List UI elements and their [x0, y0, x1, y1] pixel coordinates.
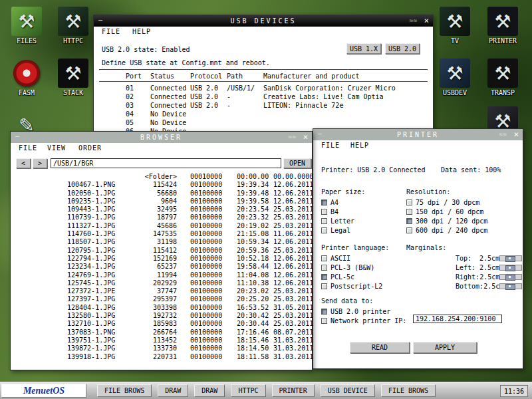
- checkbox-icon[interactable]: [321, 309, 327, 315]
- file-list-item[interactable]: 123234-1.JPG 65237 00100000 19:58.44 12.…: [11, 263, 312, 271]
- language-option[interactable]: Postscript-L2: [321, 282, 389, 291]
- checkbox-icon[interactable]: [321, 200, 327, 205]
- file-list-item[interactable]: 139872-1.JPG 133730 00100000 18:14.50 31…: [11, 344, 312, 352]
- menuetos-start-button[interactable]: MenuetOS: [1, 384, 86, 398]
- taskbar-task-button[interactable]: DRAW: [194, 384, 225, 397]
- file-list-item[interactable]: 127372-1.JPE 37747 00100000 20:23.02 25.…: [11, 287, 312, 295]
- checkbox-icon[interactable]: [321, 318, 327, 324]
- apply-button[interactable]: APPLY: [413, 342, 477, 353]
- file-list-item[interactable]: 137083-1.PNG 266764 00100000 17:16.46 08…: [11, 329, 312, 336]
- desktop-icon-stack[interactable]: ⚒ STACK: [51, 59, 96, 96]
- file-list-item[interactable]: 114760-1.JPG 147535 00100000 21:15.08 11…: [11, 230, 312, 238]
- margin-slider[interactable]: [499, 274, 522, 280]
- taskbar-task-button[interactable]: PRINTER: [272, 384, 315, 397]
- checkbox-icon[interactable]: [406, 218, 412, 224]
- paper-option[interactable]: B4: [321, 207, 365, 217]
- file-list-item[interactable]: 109235-1.JPG 9604 00100000 19:39.58 12.0…: [11, 198, 312, 205]
- checkbox-icon[interactable]: [406, 209, 412, 215]
- desktop-icon-httpc[interactable]: ⚒ HTTPC: [51, 7, 96, 45]
- file-list-item[interactable]: 120795-1.JPG 115412 00100000 20:59.36 25…: [11, 247, 312, 255]
- margin-slider[interactable]: [499, 255, 522, 261]
- close-icon[interactable]: ×: [424, 16, 429, 25]
- file-list-item[interactable]: 111327-1.JPG 45686 00100000 20:19.02 25.…: [11, 222, 312, 230]
- menu-view[interactable]: VIEW: [47, 144, 66, 152]
- menu-file[interactable]: FILE: [19, 144, 37, 152]
- file-date: 12.06.2011: [273, 181, 320, 189]
- resolution-option[interactable]: 75 dpi / 30 dpcm: [406, 198, 487, 207]
- minimize-button[interactable]: —: [318, 130, 322, 137]
- checkbox-icon[interactable]: [321, 227, 327, 233]
- menu-help[interactable]: HELP: [350, 142, 369, 149]
- desktop-icon-fasm[interactable]: FASM: [4, 59, 49, 96]
- forward-button[interactable]: >: [33, 158, 47, 168]
- paper-option[interactable]: Legal: [321, 226, 365, 235]
- read-button[interactable]: READ: [350, 342, 410, 353]
- resolution-option[interactable]: 300 dpi / 120 dpcm: [406, 217, 487, 226]
- checkbox-icon[interactable]: [406, 200, 412, 205]
- file-date: 25.03.2011: [273, 205, 320, 213]
- file-list-item[interactable]: 132580-1.JPG 192732 00100000 20:30.42 25…: [11, 312, 312, 320]
- file-list-item[interactable]: 128404-1.JPG 303398 00100000 16:53.52 31…: [11, 304, 312, 312]
- checkbox-icon[interactable]: [321, 265, 327, 271]
- network-ip-input[interactable]: [413, 315, 502, 323]
- resolution-option[interactable]: 600 dpi / 240 dpcm: [406, 226, 487, 235]
- checkbox-icon[interactable]: [321, 255, 327, 261]
- paper-option[interactable]: A4: [321, 198, 365, 207]
- taskbar-task-button[interactable]: USB DEVICE: [321, 384, 375, 397]
- desktop-icon-files[interactable]: ⚒ FILES: [4, 7, 49, 45]
- file-list-item[interactable]: 100467-1.PNG 115424 00100000 19:39.34 12…: [11, 181, 312, 189]
- printer-window: — PRINTER ≈≈ × FILE HELP Printer: USB 2.…: [313, 128, 523, 369]
- open-button[interactable]: OPEN: [283, 158, 311, 168]
- file-list-item[interactable]: 127397-1.JPG 295397 00100000 20:25.20 25…: [11, 295, 312, 303]
- marginal-row: Left:2.5cm: [406, 263, 523, 273]
- file-list-item[interactable]: 139751-1.JPG 113452 00100000 18:15.46 31…: [11, 336, 312, 344]
- menu-file[interactable]: FILE: [321, 142, 340, 149]
- checkbox-icon[interactable]: [321, 209, 327, 215]
- file-list-item[interactable]: 110739-1.JPG 18797 00100000 20:23.32 25.…: [11, 213, 312, 221]
- network-printer-option[interactable]: Network printer IP:: [321, 317, 406, 326]
- taskbar-task-button[interactable]: HTTPC: [231, 384, 265, 397]
- desktop-icon-tv[interactable]: ⚒ TV: [432, 7, 477, 45]
- taskbar-task-button[interactable]: FILE BROWS: [381, 384, 436, 397]
- minimize-button[interactable]: —: [15, 132, 19, 140]
- checkbox-icon[interactable]: [321, 283, 327, 289]
- checkbox-icon[interactable]: [406, 227, 412, 233]
- file-list-item[interactable]: 132710-1.JPG 185983 00100000 20:30.44 25…: [11, 320, 312, 328]
- menu-help[interactable]: HELP: [132, 28, 151, 35]
- language-option[interactable]: ASCII: [321, 254, 389, 263]
- desktop-icon-transp[interactable]: ⚒ TRANSP: [480, 59, 525, 96]
- taskbar-task-button[interactable]: DRAW: [158, 384, 188, 397]
- path-input[interactable]: [51, 158, 281, 168]
- desktop-icon-printer[interactable]: ⚒ PRINTER: [480, 7, 525, 45]
- file-list-item[interactable]: 102050-1.JPG 56680 00100000 19:39.48 12.…: [11, 190, 312, 198]
- option-label: Letter: [331, 217, 354, 225]
- file-list-item[interactable]: 125745-1.JPG 202929 00100000 11:10.38 12…: [11, 279, 312, 287]
- file-list-item[interactable]: <Folder> 00010000 00:00.00 00.00.0000: [11, 173, 312, 181]
- usb20-button[interactable]: USB 2.0: [385, 43, 420, 54]
- close-icon[interactable]: ×: [303, 132, 308, 142]
- taskbar-task-button[interactable]: FILE BROWS: [97, 384, 152, 397]
- paper-option[interactable]: Letter: [321, 217, 365, 226]
- back-button[interactable]: <: [16, 158, 31, 168]
- file-list-item[interactable]: 118507-1.JPG 31198 00100000 10:59.34 12.…: [11, 238, 312, 246]
- margin-slider[interactable]: [499, 283, 522, 289]
- file-list-item[interactable]: 122794-1.JPG 152169 00100000 10:52.18 12…: [11, 255, 312, 263]
- file-list-item[interactable]: 139918-1.JPG 220731 00100000 18:11.58 31…: [11, 353, 312, 361]
- menu-order[interactable]: ORDER: [78, 144, 102, 152]
- resolution-option[interactable]: 150 dpi / 60 dpcm: [406, 207, 487, 217]
- file-name: [67, 173, 137, 181]
- file-list-item[interactable]: 124769-1.JPG 11994 00100000 11:04.08 12.…: [11, 271, 312, 279]
- minimize-button[interactable]: —: [98, 16, 102, 23]
- margin-slider[interactable]: [499, 265, 522, 271]
- file-size: 303398: [137, 304, 177, 312]
- desktop-icon-usbdev[interactable]: ⚒ USBDEV: [432, 59, 477, 96]
- checkbox-icon[interactable]: [321, 274, 327, 280]
- menu-file[interactable]: FILE: [102, 28, 120, 35]
- file-list-item[interactable]: 109443-1.JPG 32495 00100000 20:23.54 25.…: [11, 205, 312, 213]
- checkbox-icon[interactable]: [321, 218, 327, 224]
- usb1x-button[interactable]: USB 1.X: [346, 43, 381, 54]
- usb-printer-option[interactable]: USB 2.0 printer: [321, 307, 406, 317]
- language-option[interactable]: PCL-5c: [321, 273, 389, 282]
- close-icon[interactable]: ×: [514, 130, 519, 139]
- language-option[interactable]: PCL-3 (B&W): [321, 263, 389, 273]
